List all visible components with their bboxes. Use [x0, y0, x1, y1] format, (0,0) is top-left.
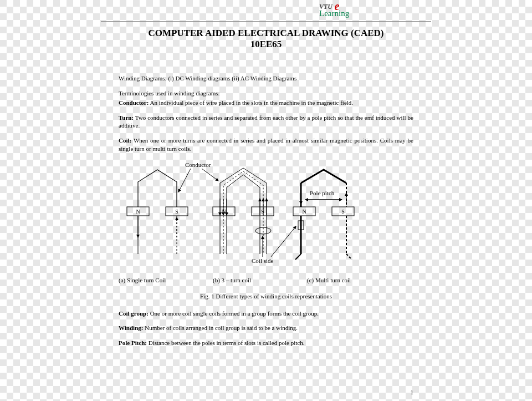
label-conductor: Conductor [185, 161, 211, 168]
single-turn-coil: N S [127, 170, 188, 254]
def-conductor: Conductor: An individual piece of wire p… [119, 99, 413, 107]
page-title: COMPUTER AIDED ELECTRICAL DRAWING (CAED) [0, 28, 532, 39]
def-winding-label: Winding: [119, 324, 143, 331]
def-coil-group: Coil group: One or more coil single coil… [119, 309, 413, 318]
svg-line-4 [178, 169, 191, 192]
def-coil: Coil: When one or more turns are connect… [119, 136, 413, 153]
def-pole-pitch-text: Distance between the poles in terms of s… [147, 339, 304, 346]
course-code: 10EE65 [0, 39, 532, 50]
def-coil-label: Coil: [119, 137, 131, 144]
pole-south: S [175, 209, 178, 215]
pole-north: N [222, 209, 226, 215]
multi-turn-coil: N S [293, 170, 354, 260]
pole-north: N [136, 209, 140, 215]
pole-south: S [261, 209, 264, 215]
svg-line-5 [202, 169, 218, 181]
def-conductor-text: An individual piece of wire placed in th… [149, 99, 353, 106]
def-pole-pitch: Pole Pitch: Distance between the poles i… [119, 339, 413, 347]
caption-b: (b) 3 – turn coil [213, 276, 307, 285]
def-turn-label: Turn: [119, 114, 134, 121]
pole-south: S [341, 209, 345, 215]
def-conductor-label: Conductor: [119, 99, 149, 106]
brand-logo: VTU e Learning [319, 2, 349, 17]
caption-a: (a) Single turn Coil [119, 276, 213, 285]
def-coil-text: When one or more turns are connected in … [119, 137, 413, 152]
def-winding-text: Number of coils arranged in coil group i… [143, 324, 298, 331]
terminology-heading: Terminologies used in winding diagrams: [119, 89, 413, 98]
figure-caption: Fig. 1 Different types of winding coils … [119, 292, 413, 301]
def-coil-group-label: Coil group: [119, 310, 149, 317]
svg-line-23 [295, 254, 301, 260]
logo-learning: Learning [319, 9, 349, 17]
winding-diagram: N S Conductor N [119, 160, 413, 271]
def-winding: Winding: Number of coils arranged in coi… [119, 324, 413, 332]
header-divider [101, 21, 431, 22]
def-turn-text: Two conductors connected in series and s… [119, 114, 413, 129]
three-turn-coil: N S [213, 168, 274, 254]
def-pole-pitch-label: Pole Pitch: [119, 339, 147, 346]
svg-line-16 [271, 226, 296, 257]
document-body: Winding Diagrams: (i) DC Winding diagram… [119, 74, 413, 354]
pole-north: N [302, 209, 306, 215]
def-coil-group-text: One or more coil single coils formed in … [149, 310, 319, 317]
caption-c: (c) Multi turn coil [307, 276, 351, 285]
label-pole-pitch: Pole pitch [310, 190, 335, 196]
intro-line: Winding Diagrams: (i) DC Winding diagram… [119, 74, 413, 83]
label-coil-side: Coil side [252, 257, 274, 264]
subfigure-captions: (a) Single turn Coil (b) 3 – turn coil (… [119, 276, 413, 285]
svg-line-24 [346, 254, 352, 260]
def-turn: Turn: Two conductors connected in series… [119, 114, 413, 130]
page-number: 1 [411, 389, 414, 395]
